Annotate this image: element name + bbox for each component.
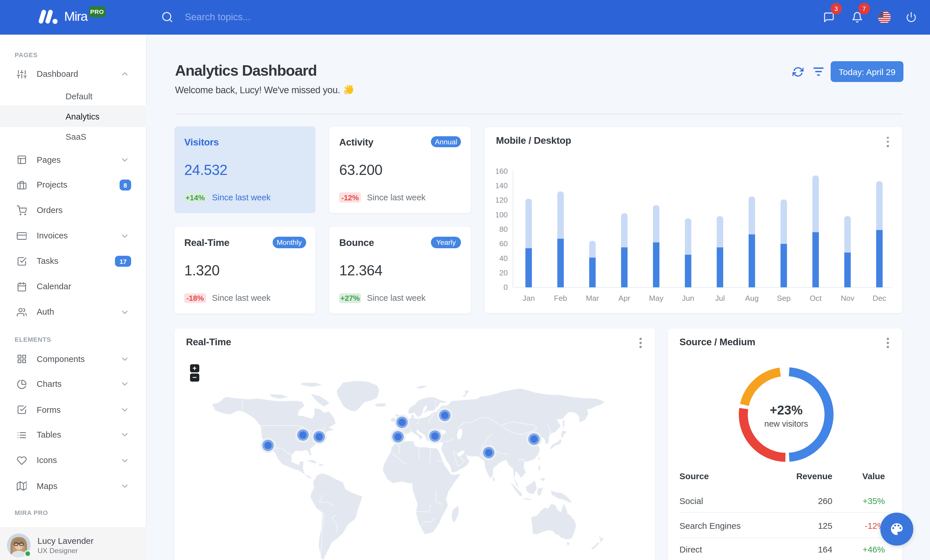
- svg-text:Sep: Sep: [777, 294, 790, 302]
- svg-text:Jan: Jan: [522, 294, 534, 302]
- svg-text:Jun: Jun: [682, 294, 694, 302]
- svg-text:May: May: [649, 294, 664, 302]
- svg-text:0: 0: [503, 283, 508, 292]
- svg-text:20: 20: [499, 268, 507, 277]
- svg-text:Feb: Feb: [554, 294, 567, 302]
- svg-text:140: 140: [496, 181, 507, 190]
- svg-text:Jul: Jul: [715, 294, 725, 302]
- svg-text:160: 160: [496, 167, 507, 175]
- svg-text:80: 80: [499, 225, 507, 233]
- svg-text:Dec: Dec: [873, 294, 886, 302]
- svg-text:100: 100: [496, 210, 507, 219]
- svg-text:60: 60: [499, 239, 507, 248]
- svg-text:Nov: Nov: [841, 294, 855, 302]
- svg-text:Oct: Oct: [810, 294, 822, 302]
- svg-text:Aug: Aug: [745, 294, 758, 302]
- svg-text:Apr: Apr: [618, 294, 630, 302]
- svg-text:Mar: Mar: [586, 294, 599, 302]
- svg-text:40: 40: [499, 254, 507, 263]
- svg-text:120: 120: [496, 196, 507, 204]
